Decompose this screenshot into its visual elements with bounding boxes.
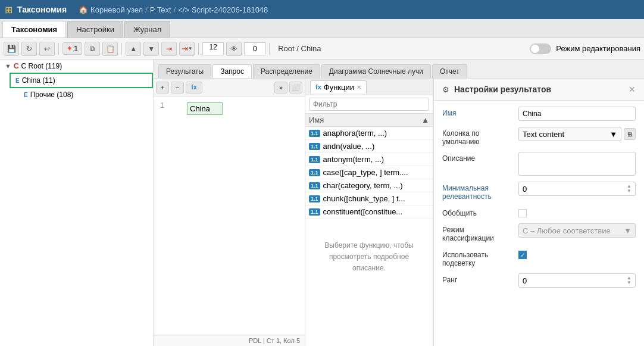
col-settings-btn[interactable]: ⊞ [624, 128, 636, 140]
func-item-case[interactable]: 1.1 case([cap_type, ] term.... [305, 166, 433, 179]
expand-btn[interactable]: » [274, 82, 287, 93]
tree-root-item[interactable]: ▼ C C Root (119) [0, 60, 153, 73]
func-name: chunk([chunk_type, ] t... [323, 194, 405, 203]
func-name: antonym(term, ...) [323, 155, 384, 164]
class-mode-arrow: ▼ [624, 226, 632, 235]
count-badge: ✦ 1 [62, 42, 82, 55]
title-breadcrumb: 🏠 Корневой узел / Ρ Text / </> Script-24… [79, 5, 268, 14]
tab-report[interactable]: Отчет [432, 64, 467, 78]
tab-journal[interactable]: Журнал [124, 21, 170, 38]
eye-button[interactable]: 👁 [226, 42, 242, 56]
eye-value-input[interactable] [244, 42, 265, 55]
query-editor: + − fx » ⬜ 1 China PDL | Ст 1, Кол 5 [154, 79, 305, 346]
min-rel-input[interactable]: 0 ▲ ▼ [518, 182, 636, 196]
func-item-char[interactable]: 1.1 char(category, term, ...) [305, 179, 433, 192]
tab-distribution[interactable]: Распределение [253, 64, 320, 78]
zoom-input[interactable]: 12 [202, 42, 224, 55]
default-col-select[interactable]: Text content ▼ [518, 127, 621, 141]
sep2 [121, 43, 122, 55]
expand-icon: ▼ [5, 63, 11, 70]
functions-panel: fx Функции ✕ Имя ▲ 1.1 anaphora(term, [305, 79, 433, 346]
func-name: constituent([constitue... [323, 207, 403, 216]
func-btn[interactable]: fx [186, 82, 202, 93]
app-title: Таксономия [17, 5, 67, 14]
save-button[interactable]: 💾 [4, 42, 19, 56]
func-item-andn[interactable]: 1.1 andn(value, ...) [305, 140, 433, 153]
toggle-knob [531, 45, 539, 53]
class-mode-label: Режим классификации [442, 223, 514, 242]
rank-spin[interactable]: ▲ ▼ [627, 276, 632, 285]
func-item-anaphora[interactable]: 1.1 anaphora(term, ...) [305, 127, 433, 140]
func-badge: 1.1 [309, 143, 320, 150]
desc-textarea[interactable] [518, 152, 636, 176]
min-rel-spin[interactable]: ▲ ▼ [627, 184, 632, 194]
functions-tab-label: Функции [324, 83, 354, 92]
edit-mode-section: Режим редактирования [530, 43, 640, 54]
func-item-chunk[interactable]: 1.1 chunk([chunk_type, ] t... [305, 192, 433, 205]
main-tab-bar: Таксономия Настройки Журнал [0, 19, 644, 38]
edit-mode-toggle[interactable] [530, 43, 551, 54]
title-bar: ⊞ Таксономия 🏠 Корневой узел / Ρ Text / … [0, 0, 644, 19]
breadcrumb-script: </> Script-240206-181048 [178, 5, 268, 14]
add-query-btn[interactable]: + [156, 82, 169, 93]
close-functions-tab[interactable]: ✕ [357, 84, 361, 91]
remove-query-btn[interactable]: − [171, 82, 184, 93]
move-up-button[interactable]: ▲ [126, 42, 141, 56]
indent-button[interactable]: ⇥ [161, 42, 177, 56]
query-toolbar: + − fx » ⬜ [154, 79, 305, 96]
functions-header: fx Функции ✕ [305, 79, 433, 95]
settings-min-rel-row: Минимальная релевантность 0 ▲ ▼ [442, 182, 636, 201]
tab-query[interactable]: Запрос [212, 64, 252, 78]
other-label: Прочие (108) [30, 91, 74, 99]
breadcrumb-path: Root / China [278, 44, 321, 53]
china-icon: E [15, 77, 20, 84]
highlight-label: Использовать подсветку [442, 248, 514, 267]
rank-input[interactable]: 0 ▲ ▼ [518, 273, 636, 288]
generalize-checkbox[interactable] [518, 209, 527, 217]
sep3 [198, 43, 199, 55]
functions-tab[interactable]: fx Функции ✕ [310, 80, 367, 93]
root-icon: C [14, 62, 19, 70]
maximize-btn[interactable]: ⬜ [289, 82, 302, 93]
class-mode-select[interactable]: С – Любое соответствие ▼ [518, 223, 636, 238]
breadcrumb-sep: Корневой узел [90, 5, 143, 14]
taxonomy-tree-panel: ▼ C C Root (119) E China (11) E Прочие (… [0, 60, 154, 346]
func-name: char(category, term, ...) [323, 181, 403, 190]
move-down-button[interactable]: ▼ [143, 42, 159, 56]
func-header: Имя ▲ [305, 114, 433, 127]
query-line-1[interactable]: China [187, 102, 223, 115]
tab-sunburst[interactable]: Диаграмма Солнечные лучи [321, 64, 431, 78]
func-badge: 1.1 [309, 195, 320, 202]
highlight-checkbox[interactable]: ✓ [518, 251, 527, 259]
default-col-label: Колонка по умолчанию [442, 127, 514, 146]
undo-button[interactable]: ↩ [39, 42, 55, 56]
func-badge: 1.1 [309, 208, 320, 216]
sort-icon: ▲ [421, 116, 429, 124]
tree-china-item[interactable]: E China (11) [10, 73, 153, 88]
tab-settings[interactable]: Настройки [67, 21, 123, 38]
settings-default-col-row: Колонка по умолчанию Text content ▼ ⊞ [442, 127, 636, 146]
func-badge: 1.1 [309, 182, 320, 189]
settings-panel: ⚙ Настройки результатов ✕ Имя Колонка по… [433, 79, 644, 346]
name-input[interactable] [518, 107, 636, 121]
tree-other-item[interactable]: E Прочие (108) [19, 88, 153, 101]
query-content-area[interactable]: 1 China [154, 96, 305, 335]
refresh-button[interactable]: ↻ [21, 42, 37, 56]
main-content: ▼ C C Root (119) E China (11) E Прочие (… [0, 60, 644, 346]
tab-taxonomy[interactable]: Таксономия [2, 21, 66, 38]
settings-class-mode-row: Режим классификации С – Любое соответств… [442, 223, 636, 242]
func-item-antonym[interactable]: 1.1 antonym(term, ...) [305, 153, 433, 166]
copy-button[interactable]: ⧉ [85, 42, 100, 56]
func-search-input[interactable] [309, 98, 429, 111]
query-status-bar: PDL | Ст 1, Кол 5 [154, 335, 305, 346]
func-item-constituent[interactable]: 1.1 constituent([constitue... [305, 205, 433, 219]
paste-button[interactable]: 📋 [102, 42, 118, 56]
outdent-button[interactable]: ⇥ ▼ [179, 42, 195, 56]
breadcrumb-text: Ρ Text [150, 5, 171, 14]
china-label: China (11) [22, 76, 55, 85]
settings-close-button[interactable]: ✕ [629, 85, 636, 94]
tab-results[interactable]: Результаты [158, 64, 211, 78]
min-rel-label: Минимальная релевантность [442, 182, 514, 201]
default-col-value: Text content [523, 130, 564, 139]
select-arrow: ▼ [609, 130, 617, 139]
